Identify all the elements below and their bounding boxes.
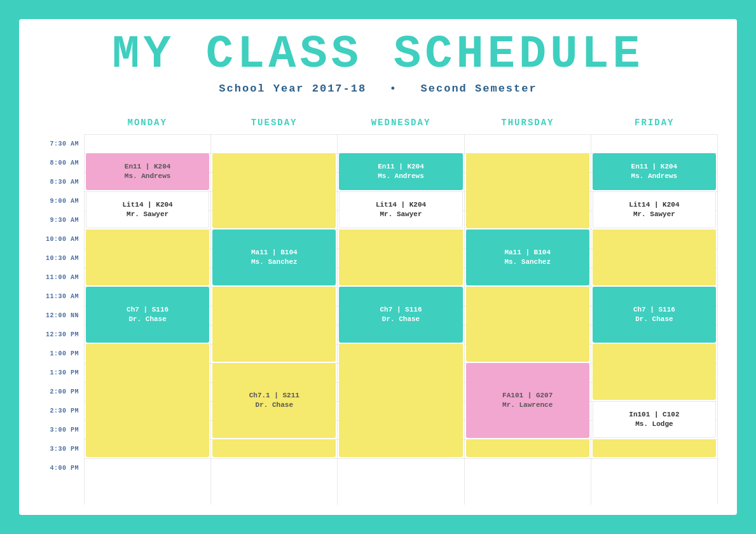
empty-block — [466, 287, 589, 362]
empty-block — [593, 344, 716, 400]
time-label: 1:00 PM — [38, 344, 84, 363]
time-slot-row — [465, 134, 591, 153]
empty-block — [212, 287, 336, 362]
schedule-container: 7:30 AM8:00 AM8:30 AM9:00 AM9:30 AM10:00… — [38, 111, 718, 505]
teacher-name: Ms. Andrews — [378, 172, 424, 181]
time-slot-row — [591, 458, 717, 477]
teacher-name: Ms. Sanchez — [251, 257, 298, 267]
class-block: FA101 | G207Mr. Lawrence — [466, 363, 589, 438]
main-title: MY CLASS SCHEDULE — [38, 32, 718, 78]
class-block: Ch7 | S116Dr. Chase — [86, 287, 209, 343]
teacher-name: Ms. Lodge — [635, 420, 673, 429]
course-name: In101 | C102 — [629, 410, 679, 420]
teacher-name: Mr. Sawyer — [380, 210, 422, 219]
class-block: En11 | K204Ms. Andrews — [86, 153, 209, 190]
time-label: 10:30 AM — [38, 249, 84, 268]
empty-block — [466, 439, 589, 457]
empty-block — [466, 153, 589, 228]
empty-block — [593, 229, 716, 285]
time-label: 12:00 NN — [38, 306, 84, 325]
teacher-name: Dr. Chase — [635, 315, 673, 324]
time-label: 9:30 AM — [38, 210, 84, 229]
course-name: Ch7.1 | S211 — [249, 391, 299, 400]
time-label: 1:30 PM — [38, 363, 84, 382]
course-name: Ma11 | B104 — [504, 248, 551, 257]
day-header: TUESDAY — [210, 111, 337, 134]
time-label: 9:00 AM — [38, 191, 84, 210]
day-header: WEDNESDAY — [338, 111, 464, 134]
course-name: Ch7 | S116 — [380, 305, 422, 315]
day-column-tuesday: Ma11 | B104Ms. SanchezCh7.1 | S211Dr. Ch… — [210, 134, 337, 505]
time-label: 4:00 PM — [38, 458, 84, 477]
teacher-name: Dr. Chase — [256, 400, 293, 410]
class-block: En11 | K204Ms. Andrews — [339, 153, 462, 190]
time-label: 2:00 PM — [38, 382, 84, 401]
class-block: Lit14 | K204Mr. Sawyer — [86, 191, 209, 228]
time-label: 8:30 AM — [38, 172, 84, 191]
course-name: FA101 | G207 — [502, 391, 553, 400]
time-slot-row — [465, 458, 591, 477]
time-slot-row — [85, 458, 210, 477]
empty-block — [86, 229, 209, 285]
class-block: Ma11 | B104Ms. Sanchez — [212, 229, 336, 285]
teacher-name: Dr. Chase — [128, 315, 166, 324]
days-header: MONDAYTUESDAYWEDNESDAYTHURSDAYFRIDAY — [84, 111, 718, 134]
empty-block — [593, 439, 716, 457]
time-slot-row — [338, 134, 464, 153]
subtitle-semester: Second Semester — [421, 83, 537, 95]
time-label: 2:30 PM — [38, 401, 84, 420]
day-header: FRIDAY — [591, 111, 718, 134]
class-block: Lit14 | K204Mr. Sawyer — [339, 191, 462, 228]
course-name: En11 | K204 — [125, 162, 171, 172]
time-slot-row — [211, 458, 337, 477]
teacher-name: Ms. Sanchez — [504, 257, 551, 267]
class-block: Ch7 | S116Dr. Chase — [339, 287, 462, 343]
teacher-name: Mr. Sawyer — [633, 210, 675, 219]
class-block: In101 | C102Ms. Lodge — [593, 401, 716, 438]
class-block: Ma11 | B104Ms. Sanchez — [466, 229, 589, 285]
empty-block — [212, 439, 336, 457]
teacher-name: Ms. Andrews — [125, 172, 171, 181]
course-name: En11 | K204 — [631, 162, 678, 172]
course-name: Ch7 | S116 — [127, 305, 168, 315]
days-body: En11 | K204Ms. AndrewsLit14 | K204Mr. Sa… — [84, 134, 718, 505]
time-label: 3:30 PM — [38, 439, 84, 458]
class-block: En11 | K204Ms. Andrews — [593, 153, 716, 190]
teacher-name: Mr. Lawrence — [502, 400, 553, 410]
day-column-monday: En11 | K204Ms. AndrewsLit14 | K204Mr. Sa… — [84, 134, 210, 505]
empty-block — [212, 153, 336, 228]
time-label: 3:00 PM — [38, 420, 84, 439]
time-label: 8:00 AM — [38, 153, 84, 172]
time-slot-row — [591, 134, 717, 153]
empty-block — [339, 344, 462, 457]
days-grid: MONDAYTUESDAYWEDNESDAYTHURSDAYFRIDAY En1… — [84, 111, 718, 505]
teacher-name: Ms. Andrews — [631, 172, 678, 181]
day-column-wednesday: En11 | K204Ms. AndrewsLit14 | K204Mr. Sa… — [337, 134, 464, 505]
class-block: Ch7.1 | S211Dr. Chase — [212, 363, 336, 438]
subtitle-year: School Year 2017-18 — [219, 83, 366, 95]
time-label: 10:00 AM — [38, 229, 84, 249]
time-slot-row — [85, 134, 210, 153]
day-column-thursday: Ma11 | B104Ms. SanchezFA101 | G207Mr. La… — [464, 134, 591, 505]
time-label: 11:30 AM — [38, 287, 84, 306]
header: MY CLASS SCHEDULE School Year 2017-18 • … — [38, 32, 718, 95]
time-slot-row — [338, 458, 464, 477]
class-block: Ch7 | S116Dr. Chase — [593, 287, 716, 343]
outer-border: MY CLASS SCHEDULE School Year 2017-18 • … — [14, 14, 742, 520]
course-name: Lit14 | K204 — [629, 200, 679, 210]
class-block: Lit14 | K204Mr. Sawyer — [593, 191, 716, 228]
empty-block — [339, 229, 462, 285]
empty-block — [86, 344, 209, 457]
time-column: 7:30 AM8:00 AM8:30 AM9:00 AM9:30 AM10:00… — [38, 111, 84, 505]
day-column-friday: En11 | K204Ms. AndrewsLit14 | K204Mr. Sa… — [591, 134, 718, 505]
subtitle-bullet: • — [390, 83, 397, 95]
course-name: Ma11 | B104 — [251, 248, 298, 257]
subtitle: School Year 2017-18 • Second Semester — [38, 83, 718, 95]
inner-card: MY CLASS SCHEDULE School Year 2017-18 • … — [19, 19, 737, 515]
course-name: En11 | K204 — [378, 162, 424, 172]
time-slot-row — [211, 134, 337, 153]
course-name: Lit14 | K204 — [122, 200, 172, 210]
course-name: Lit14 | K204 — [376, 200, 426, 210]
time-label: 12:30 PM — [38, 325, 84, 344]
day-header: MONDAY — [84, 111, 210, 134]
